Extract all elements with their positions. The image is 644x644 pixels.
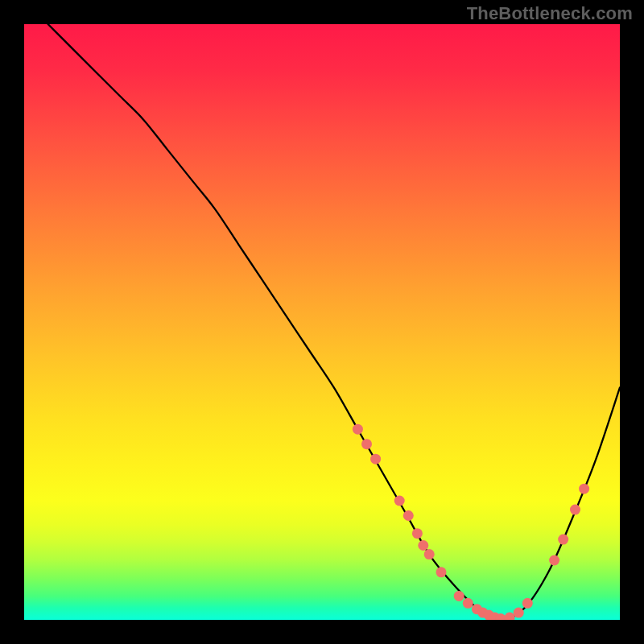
plot-area <box>24 24 620 620</box>
marker-point <box>558 535 568 545</box>
bottleneck-curve <box>48 24 620 620</box>
marker-point <box>454 591 464 601</box>
marker-point <box>412 528 423 539</box>
marker-point <box>403 510 414 521</box>
watermark-text: TheBottleneck.com <box>467 3 633 24</box>
marker-points <box>353 424 589 620</box>
chart-svg <box>24 24 620 620</box>
marker-point <box>361 439 372 449</box>
marker-point <box>579 484 589 494</box>
marker-point <box>418 540 428 551</box>
marker-point <box>549 555 559 566</box>
marker-point <box>370 454 381 464</box>
marker-point <box>436 567 447 577</box>
marker-point <box>505 613 515 620</box>
marker-point <box>424 549 435 559</box>
marker-point <box>394 496 405 506</box>
marker-point <box>514 608 524 618</box>
marker-point <box>353 424 363 435</box>
marker-point <box>570 505 580 515</box>
marker-point <box>522 598 533 609</box>
marker-point <box>463 598 473 609</box>
